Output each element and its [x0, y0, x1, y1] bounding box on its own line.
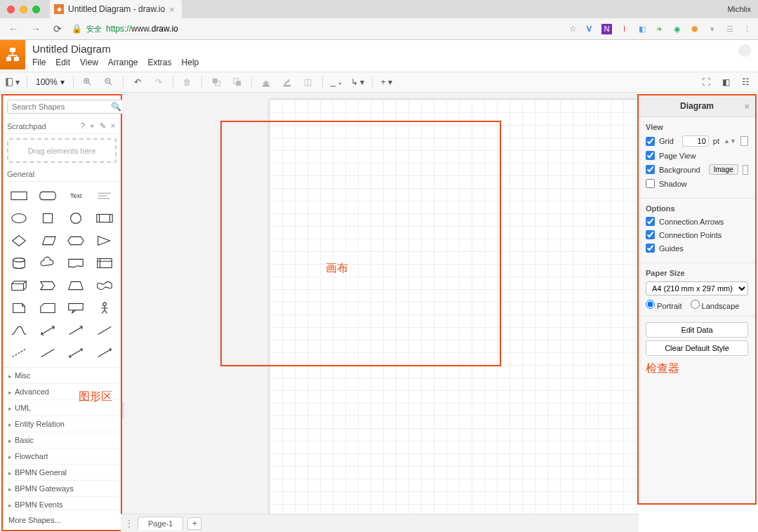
page-tabs-menu-icon[interactable]: ⋮ [125, 519, 133, 528]
conn-points-checkbox[interactable] [646, 230, 655, 239]
portrait-radio[interactable]: Portrait [646, 300, 682, 310]
onenote-icon[interactable]: N [601, 24, 612, 34]
menu-file[interactable]: File [32, 58, 46, 67]
shadow-button[interactable]: ◫ [300, 74, 317, 90]
extension-icon[interactable]: V [584, 24, 594, 34]
shape-process[interactable] [93, 210, 117, 227]
undo-button[interactable]: ↶ [129, 74, 146, 90]
canvas-area[interactable]: 顶部菜单栏 画布 [122, 93, 637, 532]
fill-color-button[interactable] [258, 74, 274, 90]
shape-hexagon[interactable] [64, 232, 88, 249]
search-shapes-input[interactable] [7, 100, 124, 114]
cat-misc[interactable]: Misc [3, 368, 121, 384]
shape-line2[interactable] [36, 345, 60, 361]
shape-triangle[interactable] [93, 232, 117, 249]
shape-arrow[interactable] [64, 322, 88, 339]
shape-line[interactable] [93, 322, 117, 339]
shape-step[interactable] [36, 277, 60, 294]
shape-curve[interactable] [7, 322, 32, 339]
waypoint-button[interactable]: ↳ ▾ [350, 74, 366, 90]
cat-bpmn-events[interactable]: BPMN Events [3, 497, 121, 510]
connection-button[interactable]: ⎯ ▾ [328, 74, 345, 90]
shape-dashed-line[interactable] [7, 345, 32, 361]
extension-icon[interactable]: ◉ [672, 24, 682, 34]
extension-icon[interactable]: ⬢ [689, 24, 700, 34]
cat-bpmn-general[interactable]: BPMN General [3, 465, 121, 481]
conn-arrows-checkbox[interactable] [646, 217, 655, 226]
menu-help[interactable]: Help [182, 58, 199, 67]
url-field[interactable]: 🔒 安全 https://www.draw.io [72, 24, 562, 34]
background-image-button[interactable]: Image [709, 164, 738, 175]
shape-note[interactable] [7, 300, 32, 317]
page-layout-button[interactable]: ▾ [4, 74, 21, 90]
cat-basic[interactable]: Basic [3, 432, 121, 448]
shape-circle[interactable] [64, 210, 88, 227]
shadow-checkbox[interactable] [646, 179, 655, 188]
pageview-checkbox[interactable] [646, 151, 655, 160]
scratchpad-dropzone[interactable]: Drag elements here [7, 138, 117, 163]
shape-diamond[interactable] [7, 232, 32, 249]
shape-bidir-arrow[interactable] [36, 322, 60, 339]
menu-extras[interactable]: Extras [148, 58, 172, 67]
insert-button[interactable]: + ▾ [378, 74, 395, 90]
shape-rectangle[interactable] [7, 187, 32, 204]
edit-data-button[interactable]: Edit Data [646, 322, 748, 338]
shape-bidir-thin[interactable] [64, 345, 88, 361]
general-header[interactable]: General [3, 167, 121, 182]
format-panel-button[interactable]: ◧ [717, 74, 734, 90]
window-controls[interactable] [0, 6, 47, 13]
menu-icon[interactable]: ⋮ [742, 24, 752, 34]
shape-trapezoid[interactable] [64, 277, 88, 294]
sidebar-collapse-handle[interactable] [122, 401, 124, 418]
clear-default-style-button[interactable]: Clear Default Style [646, 340, 748, 356]
shape-cube[interactable] [7, 277, 32, 294]
tab-close-icon[interactable]: × [169, 4, 175, 15]
shape-document[interactable] [64, 255, 88, 272]
shape-tape[interactable] [93, 277, 117, 294]
zoom-control[interactable]: 100% ▾ [33, 77, 67, 87]
more-shapes-button[interactable]: More Shapes... [3, 510, 121, 530]
grid-checkbox[interactable] [646, 137, 655, 146]
cat-entity-relation[interactable]: Entity Relation [3, 416, 121, 432]
fullscreen-button[interactable]: ⛶ [698, 74, 714, 90]
bookmark-star-icon[interactable]: ☆ [569, 24, 577, 34]
to-front-button[interactable] [208, 74, 225, 90]
back-button[interactable]: ← [6, 23, 21, 34]
redo-button[interactable]: ↷ [150, 74, 167, 90]
cat-bpmn-gateways[interactable]: BPMN Gateways [3, 481, 121, 497]
reload-button[interactable]: ⟳ [51, 23, 65, 34]
shape-internal-storage[interactable] [93, 255, 117, 272]
page-tab-1[interactable]: Page-1 [138, 517, 183, 530]
shape-text[interactable]: Text [64, 187, 88, 204]
to-back-button[interactable] [229, 74, 246, 90]
maximize-window-icon[interactable] [32, 6, 40, 13]
browser-tab[interactable]: ◆ Untitled Diagram - draw.io × [50, 0, 182, 18]
close-window-icon[interactable] [7, 6, 15, 13]
shape-callout[interactable] [64, 300, 88, 317]
landscape-radio[interactable]: Landscape [691, 300, 740, 310]
search-icon[interactable]: 🔍 [111, 102, 121, 112]
zoom-in-button[interactable] [79, 74, 96, 90]
paper-size-select[interactable]: A4 (210 mm x 297 mm) [646, 281, 748, 295]
menu-arrange[interactable]: Arrange [108, 58, 138, 67]
grid-color-swatch[interactable] [740, 136, 748, 146]
delete-button[interactable]: 🗑 [179, 74, 196, 90]
shape-square[interactable] [36, 210, 60, 227]
extension-icon[interactable]: ◧ [637, 24, 647, 34]
shape-cloud[interactable] [36, 255, 60, 272]
shape-cylinder[interactable] [7, 255, 32, 272]
shape-actor[interactable] [93, 300, 117, 317]
shape-heading[interactable] [93, 187, 117, 204]
scratchpad-header[interactable]: Scratchpad ? + ✎ × [3, 119, 121, 134]
shape-card[interactable] [36, 300, 60, 317]
extension-icon[interactable]: ▾ [707, 24, 717, 34]
zoom-out-button[interactable] [100, 74, 117, 90]
background-color-swatch[interactable] [743, 165, 748, 175]
shape-parallelogram[interactable] [36, 232, 60, 249]
outline-button[interactable]: ☷ [737, 74, 754, 90]
evernote-icon[interactable]: ❧ [654, 24, 665, 34]
minimize-window-icon[interactable] [20, 6, 27, 13]
guides-checkbox[interactable] [646, 244, 655, 253]
line-color-button[interactable] [279, 74, 295, 90]
close-icon[interactable]: × [744, 101, 750, 112]
